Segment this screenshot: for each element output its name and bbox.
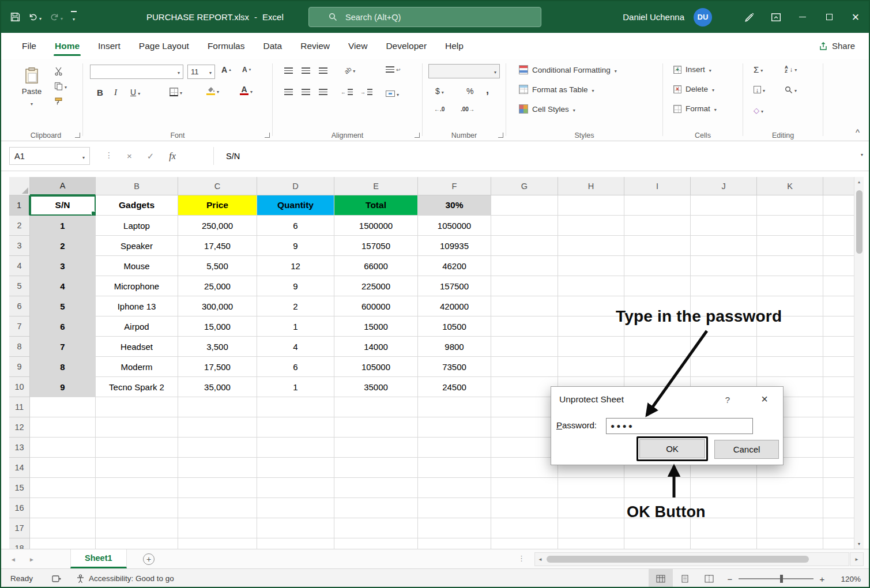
paste-dropdown-icon[interactable] [31, 99, 33, 107]
new-sheet-button[interactable] [143, 553, 155, 565]
cell-F6[interactable]: 420000 [418, 296, 491, 316]
font-color-icon[interactable]: A [240, 86, 253, 95]
row-header-4[interactable]: 4 [9, 256, 30, 276]
row-header-2[interactable]: 2 [9, 216, 30, 236]
cell-A7[interactable]: 6 [30, 316, 96, 337]
row-header-16[interactable]: 16 [9, 498, 30, 518]
menu-tab-review[interactable]: Review [291, 33, 339, 59]
cell-B18[interactable] [96, 538, 178, 549]
cell-K18[interactable] [757, 538, 823, 549]
cell-B4[interactable]: Mouse [96, 256, 178, 276]
cell-C5[interactable]: 25,000 [178, 276, 257, 296]
cell-J4[interactable] [691, 256, 757, 276]
align-top-icon[interactable] [284, 67, 293, 74]
cell-E6[interactable]: 600000 [334, 296, 418, 316]
minimize-button[interactable] [789, 1, 816, 33]
name-box[interactable]: A1 [9, 147, 90, 165]
share-button[interactable]: Share [819, 33, 855, 59]
cell-C10[interactable]: 35,000 [178, 377, 257, 397]
cell-I18[interactable] [624, 538, 691, 549]
cell-A18[interactable] [30, 538, 96, 549]
copy-button[interactable] [54, 82, 67, 91]
collapse-ribbon-icon[interactable] [856, 127, 860, 137]
zoom-in-icon[interactable] [813, 574, 831, 584]
cell-B13[interactable] [96, 438, 178, 458]
cell-L17[interactable] [823, 518, 855, 538]
font-size-combo[interactable]: 11 [187, 65, 215, 79]
cell-F16[interactable] [418, 498, 491, 518]
cell-C14[interactable] [178, 458, 257, 478]
cell-F9[interactable]: 73500 [418, 357, 491, 377]
cell-H18[interactable] [558, 538, 624, 549]
cell-B9[interactable]: Moderm [96, 357, 178, 377]
cell-D11[interactable] [257, 397, 334, 417]
cell-H15[interactable] [558, 478, 624, 498]
cell-E1[interactable]: Total [334, 195, 418, 216]
cell-F2[interactable]: 1050000 [418, 216, 491, 236]
cell-L7[interactable] [823, 316, 855, 337]
row-header-10[interactable]: 10 [9, 377, 30, 397]
autosum-button[interactable] [754, 65, 763, 74]
cell-E11[interactable] [334, 397, 418, 417]
cell-L5[interactable] [823, 276, 855, 296]
cell-C13[interactable] [178, 438, 257, 458]
vertical-scrollbar[interactable] [854, 177, 864, 549]
cell-A17[interactable] [30, 518, 96, 538]
cell-D1[interactable]: Quantity [257, 195, 334, 216]
sort-filter-button[interactable]: AZ [785, 65, 797, 73]
cell-G3[interactable] [491, 236, 558, 256]
cell-G18[interactable] [491, 538, 558, 549]
cell-D18[interactable] [257, 538, 334, 549]
cell-E9[interactable]: 105000 [334, 357, 418, 377]
decrease-indent-icon[interactable]: ← [341, 89, 353, 95]
dialog-close-button[interactable]: × [761, 393, 768, 406]
cell-L16[interactable] [823, 498, 855, 518]
column-header-E[interactable]: E [334, 177, 418, 195]
cell-H7[interactable] [558, 316, 624, 337]
cell-L6[interactable] [823, 296, 855, 316]
cell-J17[interactable] [691, 518, 757, 538]
wrap-text-icon[interactable]: ↩ [386, 66, 401, 73]
cell-A2[interactable]: 1 [30, 216, 96, 236]
menu-tab-page-layout[interactable]: Page Layout [130, 33, 198, 59]
cell-G5[interactable] [491, 276, 558, 296]
row-header-9[interactable]: 9 [9, 357, 30, 377]
menu-tab-file[interactable]: File [13, 33, 46, 59]
cell-L12[interactable] [823, 417, 855, 438]
underline-icon[interactable] [130, 88, 140, 97]
customize-qat-icon[interactable] [71, 11, 77, 22]
cell-B6[interactable]: Iphone 13 [96, 296, 178, 316]
cell-K5[interactable] [757, 276, 823, 296]
align-bottom-icon[interactable] [319, 67, 327, 74]
comma-style-icon[interactable] [486, 84, 489, 96]
close-button[interactable] [842, 1, 869, 33]
cell-G12[interactable] [491, 417, 558, 438]
password-input[interactable] [606, 418, 753, 434]
column-header-C[interactable]: C [178, 177, 257, 195]
cell-B10[interactable]: Tecno Spark 2 [96, 377, 178, 397]
italic-icon[interactable] [114, 88, 117, 97]
horizontal-scrollbar[interactable] [534, 552, 849, 566]
cell-K3[interactable] [757, 236, 823, 256]
menu-tab-data[interactable]: Data [254, 33, 291, 59]
cell-J15[interactable] [691, 478, 757, 498]
cell-L4[interactable] [823, 256, 855, 276]
cell-K8[interactable] [757, 337, 823, 357]
number-format-combo[interactable] [428, 64, 500, 78]
cell-D4[interactable]: 12 [257, 256, 334, 276]
cell-I4[interactable] [624, 256, 691, 276]
font-name-combo[interactable] [90, 65, 183, 79]
cell-F14[interactable] [418, 458, 491, 478]
cell-F10[interactable]: 24500 [418, 377, 491, 397]
cell-B17[interactable] [96, 518, 178, 538]
cell-D5[interactable]: 9 [257, 276, 334, 296]
cell-L8[interactable] [823, 337, 855, 357]
cell-L3[interactable] [823, 236, 855, 256]
cell-H6[interactable] [558, 296, 624, 316]
cell-K17[interactable] [757, 518, 823, 538]
ink-pen-icon[interactable] [736, 1, 763, 33]
cell-L2[interactable] [823, 216, 855, 236]
cell-I2[interactable] [624, 216, 691, 236]
tab-split-grip[interactable] [518, 554, 526, 563]
cell-E18[interactable] [334, 538, 418, 549]
